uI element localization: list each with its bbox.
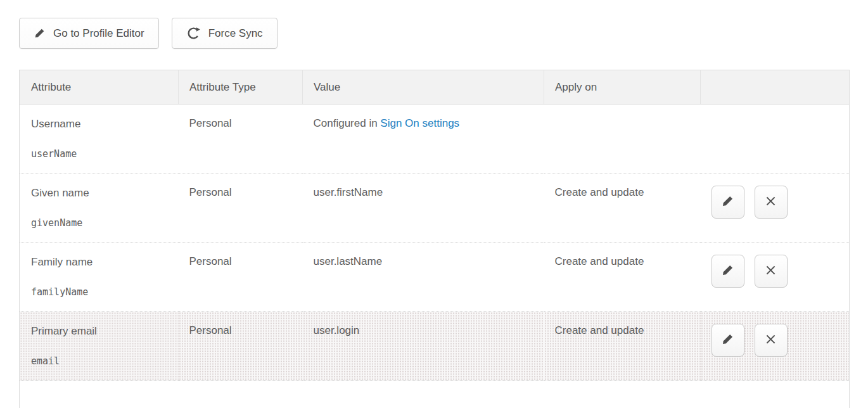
row-actions xyxy=(712,324,843,357)
table-header: Attribute Attribute Type Value Apply on xyxy=(20,70,850,105)
pencil-icon xyxy=(721,333,734,348)
attribute-label: Username xyxy=(31,117,172,131)
pencil-icon xyxy=(34,27,46,39)
table-row-partial xyxy=(20,381,850,408)
row-actions xyxy=(712,255,843,288)
row-actions xyxy=(712,186,843,219)
header-apply-on: Apply on xyxy=(544,70,701,105)
table-row-given-name: Given name givenName Personal user.first… xyxy=(20,174,850,243)
attribute-label: Given name xyxy=(31,186,172,200)
close-icon xyxy=(764,264,777,279)
header-value: Value xyxy=(303,70,544,105)
table-row-primary-email: Primary email email Personal user.login … xyxy=(20,312,850,381)
attribute-type-cell: Personal xyxy=(179,105,303,174)
attribute-type-cell: Personal xyxy=(179,243,303,312)
close-icon xyxy=(764,194,777,210)
header-attribute: Attribute xyxy=(20,70,179,105)
remove-attribute-button[interactable] xyxy=(755,324,788,357)
attribute-variable-name: userName xyxy=(31,148,172,160)
value-cell: user.lastName xyxy=(303,243,544,312)
value-cell: user.firstName xyxy=(303,174,544,243)
header-attribute-type: Attribute Type xyxy=(179,70,303,105)
apply-on-cell: Create and update xyxy=(544,174,701,243)
sign-on-settings-link[interactable]: Sign On settings xyxy=(380,117,459,129)
attribute-variable-name: givenName xyxy=(31,217,172,229)
value-prefix-text: Configured in xyxy=(314,117,381,129)
value-cell: Configured in Sign On settings xyxy=(303,105,544,174)
attribute-mappings-page: Go to Profile Editor Force Sync Attribut… xyxy=(0,0,868,408)
remove-attribute-button[interactable] xyxy=(755,186,788,219)
remove-attribute-button[interactable] xyxy=(755,255,788,288)
pencil-icon xyxy=(721,264,734,279)
value-cell: user.login xyxy=(303,312,544,381)
pencil-icon xyxy=(721,194,734,210)
apply-on-cell xyxy=(544,105,701,174)
go-to-profile-editor-button[interactable]: Go to Profile Editor xyxy=(19,18,159,49)
edit-attribute-button[interactable] xyxy=(712,186,744,219)
apply-on-cell: Create and update xyxy=(544,243,701,312)
edit-attribute-button[interactable] xyxy=(712,255,744,288)
force-sync-label: Force Sync xyxy=(208,27,263,40)
table-row-username: Username userName Personal Configured in… xyxy=(20,105,850,174)
attribute-label: Primary email xyxy=(31,324,172,338)
apply-on-cell: Create and update xyxy=(544,312,701,381)
attribute-variable-name: familyName xyxy=(31,286,172,298)
toolbar: Go to Profile Editor Force Sync xyxy=(19,18,868,49)
attribute-type-cell: Personal xyxy=(179,174,303,243)
go-to-profile-editor-label: Go to Profile Editor xyxy=(53,27,144,40)
edit-attribute-button[interactable] xyxy=(712,324,744,357)
force-sync-button[interactable]: Force Sync xyxy=(172,18,278,49)
attribute-variable-name: email xyxy=(31,355,172,367)
table-row-family-name: Family name familyName Personal user.las… xyxy=(20,243,850,312)
header-actions xyxy=(701,70,850,105)
close-icon xyxy=(764,333,777,348)
attribute-mappings-table: Attribute Attribute Type Value Apply on … xyxy=(19,70,850,408)
refresh-icon xyxy=(186,26,201,41)
attribute-label: Family name xyxy=(31,255,172,269)
attribute-type-cell: Personal xyxy=(179,312,303,381)
